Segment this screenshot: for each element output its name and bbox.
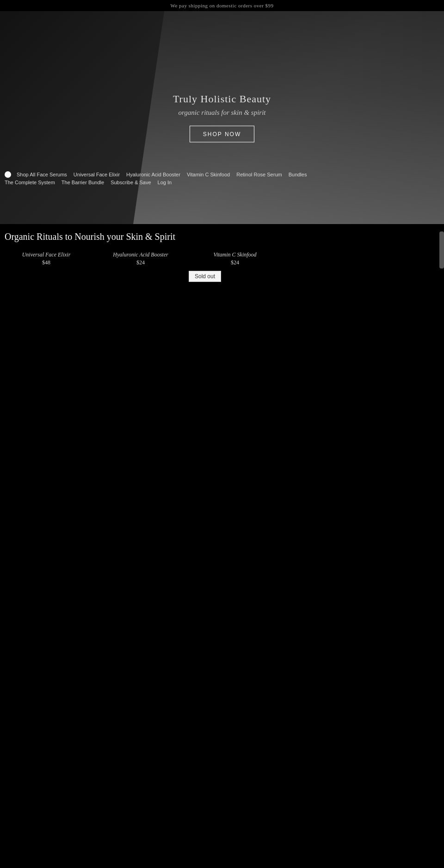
nav-retinol[interactable]: Retinol Rose Serum	[236, 172, 282, 177]
nav-bundles[interactable]: Bundles	[289, 172, 307, 177]
hero-content: Truly Holistic Beauty organic rituals fo…	[173, 93, 271, 143]
home-icon[interactable]	[5, 171, 11, 178]
nav-hyaluronic-acid[interactable]: Hyaluronic Acid Booster	[126, 172, 180, 177]
section-heading: Organic Rituals to Nourish your Skin & S…	[0, 224, 444, 248]
product-name-2: Hyaluronic Acid Booster	[94, 251, 187, 258]
product-card-1[interactable]: Universal · Face Elixir UniversalFace El…	[0, 248, 92, 266]
product-name-1: Universal Face Elixir	[0, 251, 92, 258]
hero-cta-button[interactable]: SHOP NOW	[190, 126, 254, 143]
nav-top-row: Shop All Face Serums Universal Face Elix…	[5, 171, 439, 178]
product-price-2: $24	[94, 259, 187, 266]
nav-shop-all[interactable]: Shop All Face Serums	[17, 172, 67, 177]
hero-section: Shop All Face Serums Universal Face Elix…	[0, 11, 444, 224]
product-card-3[interactable]: Vitamin C ATONE Vitamin CSkinfood ATONE …	[189, 248, 281, 282]
product-price-3: $24	[189, 259, 281, 266]
product-grid: Universal · Face Elixir UniversalFace El…	[0, 248, 444, 284]
scrollbar-track[interactable]	[439, 231, 444, 269]
nav-complete-system[interactable]: The Complete System	[5, 180, 55, 185]
nav-login[interactable]: Log In	[158, 180, 172, 185]
nav-links-row1: Shop All Face Serums Universal Face Elix…	[17, 172, 307, 177]
announcement-bar: We pay shipping on domestic orders over …	[0, 0, 444, 11]
product-card-2[interactable]: ATONE Hyaluronic HyaluronicAcid Booster …	[94, 248, 187, 266]
announcement-text: We pay shipping on domestic orders over …	[170, 3, 273, 8]
nav-vitamin-c[interactable]: Vitamin C Skinfood	[187, 172, 230, 177]
product-price-1: $48	[0, 259, 92, 266]
hero-title: Truly Holistic Beauty	[173, 93, 271, 105]
nav-universal-face-elixir[interactable]: Universal Face Elixir	[74, 172, 120, 177]
sold-out-button[interactable]: Sold out	[189, 271, 221, 282]
nav-subscribe-save[interactable]: Subscribe & Save	[111, 180, 151, 185]
nav-barrier-bundle[interactable]: The Barrier Bundle	[62, 180, 104, 185]
navigation: Shop All Face Serums Universal Face Elix…	[0, 169, 444, 188]
hero-subtitle: organic rituals for skin & spirit	[173, 109, 271, 117]
product-name-3: Vitamin C Skinfood	[189, 251, 281, 258]
nav-links-row2: The Complete System The Barrier Bundle S…	[5, 180, 439, 185]
